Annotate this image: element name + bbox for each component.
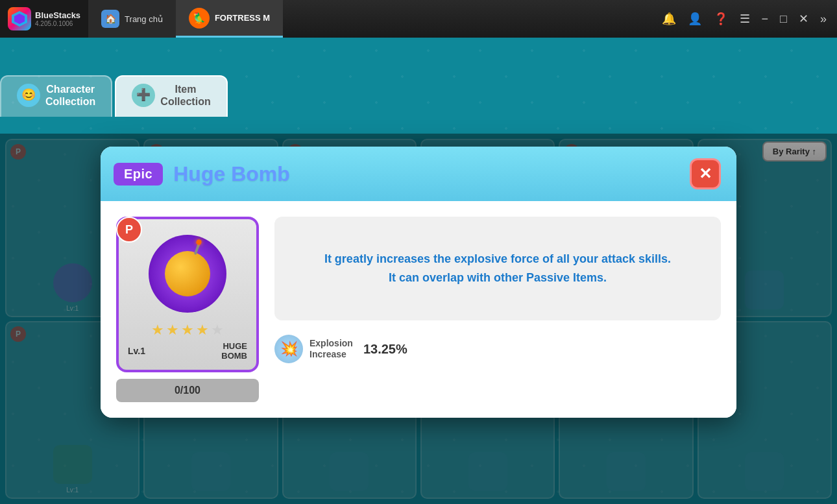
tab-item-collection[interactable]: ➕ Item Collection bbox=[115, 75, 227, 117]
bs-logo-icon bbox=[8, 7, 31, 30]
item-bomb-image bbox=[149, 235, 226, 313]
item-passive-badge: P bbox=[116, 217, 142, 243]
item-card-inner: P ★ ★ ★ ★ ★ bbox=[116, 217, 259, 372]
tab-character-collection[interactable]: 😊 Character Collection bbox=[0, 75, 112, 117]
help-icon[interactable]: ❓ bbox=[714, 12, 728, 26]
modal-header: Epic Huge Bomb ✕ bbox=[101, 147, 736, 201]
stat-label: Explosion Increase bbox=[309, 338, 353, 360]
item-name: HUGE BOMB bbox=[221, 341, 247, 361]
star-1: ★ bbox=[151, 322, 164, 339]
game-area: 😊 Character Collection ➕ Item Collection… bbox=[0, 38, 837, 504]
game-tab[interactable]: 🦜 FORTRESS M bbox=[176, 0, 283, 38]
description-box: It greatly increases the explosive force… bbox=[274, 217, 721, 320]
character-tab-icon: 😊 bbox=[17, 84, 40, 107]
window-controls: 🔔 👤 ❓ ☰ − □ ✕ » bbox=[662, 12, 837, 26]
modal-close-button[interactable]: ✕ bbox=[690, 158, 721, 189]
item-level: Lv.1 bbox=[128, 346, 145, 356]
close-button[interactable]: ✕ bbox=[799, 12, 808, 26]
stats-row: 💥 Explosion Increase 13.25% bbox=[274, 331, 721, 367]
explosion-icon: 💥 bbox=[274, 335, 303, 363]
bell-icon[interactable]: 🔔 bbox=[662, 12, 676, 26]
bs-name: BlueStacks bbox=[35, 10, 80, 20]
item-tab-icon: ➕ bbox=[132, 84, 155, 107]
item-tab-label: Item Collection bbox=[160, 83, 210, 108]
item-detail-modal: Epic Huge Bomb ✕ P ★ bbox=[101, 147, 736, 418]
bomb-body bbox=[165, 251, 210, 296]
bomb-fuse bbox=[194, 242, 201, 255]
modal-overlay: Epic Huge Bomb ✕ P ★ bbox=[0, 134, 837, 504]
item-stars: ★ ★ ★ ★ ★ bbox=[151, 322, 224, 339]
bluestacks-logo: BlueStacks 4.205.0.1006 bbox=[0, 0, 88, 38]
star-2: ★ bbox=[166, 322, 179, 339]
item-progress-bar: 0/100 bbox=[116, 379, 259, 402]
account-icon[interactable]: 👤 bbox=[688, 12, 702, 26]
game-icon: 🦜 bbox=[189, 8, 210, 29]
collection-tabs: 😊 Character Collection ➕ Item Collection bbox=[0, 75, 228, 117]
more-button[interactable]: » bbox=[820, 12, 827, 26]
game-label: FORTRESS M bbox=[215, 13, 270, 23]
star-4: ★ bbox=[196, 322, 209, 339]
home-label: Trang chủ bbox=[125, 14, 163, 24]
home-icon: 🏠 bbox=[101, 10, 119, 28]
description-panel: It greatly increases the explosive force… bbox=[274, 217, 721, 402]
maximize-button[interactable]: □ bbox=[780, 12, 787, 26]
star-5: ★ bbox=[211, 322, 224, 339]
modal-title: Huge Bomb bbox=[173, 162, 679, 186]
rarity-badge: Epic bbox=[114, 163, 163, 186]
menu-icon[interactable]: ☰ bbox=[740, 12, 750, 26]
description-text: It greatly increases the explosive force… bbox=[324, 250, 671, 287]
bs-version: 4.205.0.1006 bbox=[35, 20, 80, 27]
home-tab[interactable]: 🏠 Trang chủ bbox=[88, 0, 176, 38]
modal-body: P ★ ★ ★ ★ ★ bbox=[101, 201, 736, 418]
star-3: ★ bbox=[181, 322, 194, 339]
stat-value: 13.25% bbox=[363, 342, 407, 357]
character-tab-label: Character Collection bbox=[45, 83, 95, 108]
item-card: P ★ ★ ★ ★ ★ bbox=[116, 217, 259, 402]
taskbar: BlueStacks 4.205.0.1006 🏠 Trang chủ 🦜 FO… bbox=[0, 0, 837, 38]
item-info-row: Lv.1 HUGE BOMB bbox=[128, 341, 247, 361]
minimize-button[interactable]: − bbox=[762, 12, 769, 26]
